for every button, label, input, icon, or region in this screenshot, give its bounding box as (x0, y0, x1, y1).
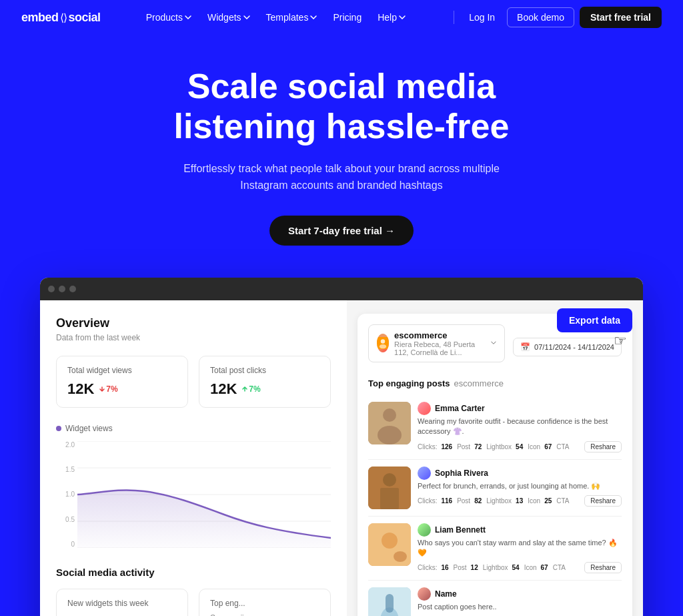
logo[interactable]: embed⟨⟩social (21, 11, 101, 25)
post-username: Emma Carter (435, 404, 485, 413)
chart-y-labels: 2.0 1.5 1.0 0.5 0 (56, 441, 75, 548)
post-stats: Clicks: 116 Post 82 Lightbox 13 Icon 25 … (418, 495, 622, 507)
post-stats: Clicks: 16 Post 12 Lightbox 54 Icon 67 C… (418, 562, 622, 573)
browser-bar (40, 278, 643, 300)
reshare-button[interactable]: Reshare (584, 562, 622, 573)
post-body: Liam Bennett Who says you can't stay war… (418, 523, 622, 574)
post-thumb-img (368, 467, 411, 509)
browser-dot-yellow (59, 286, 65, 292)
post-item: Sophia Rivera Perfect for brunch, errand… (368, 460, 622, 517)
post-username: Liam Bennett (435, 525, 486, 535)
post-user: Emma Carter (418, 402, 622, 415)
y-label-0: 0 (56, 541, 75, 548)
reshare-button[interactable]: Reshare (584, 441, 622, 452)
y-label-1: 1.0 (56, 491, 75, 498)
posts-list: Emma Carter Wearing my favorite outfit -… (368, 395, 622, 616)
post-body: Emma Carter Wearing my favorite outfit -… (418, 402, 622, 452)
post-stat-post: Post (454, 564, 467, 571)
nav-divider (454, 11, 454, 24)
stats-row: Total widget views 12K 7% Total post cli… (56, 356, 331, 408)
post-stat-cta-lbl: CTA (556, 443, 569, 450)
post-stat-icon: 13 (516, 497, 523, 505)
account-avatar-img (377, 334, 389, 352)
nav-templates[interactable]: Templates (259, 8, 324, 27)
post-thumb-img (368, 587, 411, 616)
post-stat-lightbox-lbl: Lightbox (486, 443, 512, 450)
export-data-button[interactable]: Export data (557, 308, 632, 332)
stat-badge-down: 7% (99, 384, 117, 394)
y-label-0.5: 0.5 (56, 516, 75, 523)
post-stat-cta-lbl: CTA (556, 497, 569, 505)
post-thumbnail (368, 523, 411, 566)
hero-cta-button[interactable]: Start 7-day free trial → (269, 216, 414, 246)
stat-value-views: 12K 7% (67, 380, 177, 398)
post-thumbnail (368, 587, 411, 616)
nav-links: Products Widgets Templates Pricing Help (139, 8, 412, 27)
arrow-up-icon (242, 386, 247, 392)
legend-label: Widget views (65, 424, 113, 433)
activity-value-row: 1 (67, 613, 177, 616)
user-avatar (418, 587, 431, 601)
account-info: escommerce Riera Rebeca, 48 Puerta 112, … (377, 330, 491, 356)
arrow-down-icon (99, 386, 105, 392)
post-stat-lightbox-lbl: Lightbox (486, 497, 512, 505)
left-panel: Overview Data from the last week Total w… (40, 300, 347, 616)
account-selector[interactable]: escommerce Riera Rebeca, 48 Puerta 112, … (368, 324, 505, 362)
posts-account: escommerce (454, 378, 504, 388)
login-button[interactable]: Log In (462, 8, 502, 27)
chart-section: Widget views 2.0 1.5 1.0 0.5 0 (56, 424, 331, 548)
account-avatar (377, 334, 389, 352)
post-caption: Who says you can't stay warm and slay at… (418, 538, 622, 559)
hero-section: Scale social media listening hassle-free… (0, 35, 683, 278)
post-user: Name (418, 587, 622, 601)
user-avatar (418, 402, 431, 415)
post-caption: Wearing my favorite outfit - because con… (418, 416, 622, 437)
new-widgets-label: New widgets this week (67, 599, 177, 608)
top-engaging-card: Top eng... Source: ö... (199, 589, 331, 616)
activity-row: New widgets this week 1 Create widget To… (56, 589, 331, 616)
post-user: Liam Bennett (418, 523, 622, 537)
nav-help[interactable]: Help (371, 8, 412, 27)
account-details: escommerce Riera Rebeca, 48 Puerta 112, … (394, 330, 491, 356)
browser-dot-red (48, 286, 55, 292)
post-thumb-img (368, 523, 411, 566)
navbar: embed⟨⟩social Products Widgets Templates… (0, 0, 683, 35)
nav-products[interactable]: Products (139, 8, 198, 27)
chart-canvas (77, 441, 331, 548)
post-stat-cta: 67 (544, 443, 552, 450)
svg-rect-19 (386, 594, 394, 613)
svg-point-15 (382, 533, 398, 549)
reshare-button[interactable]: Reshare (584, 495, 622, 507)
nav-pricing[interactable]: Pricing (326, 8, 368, 27)
chevron-down-icon (399, 15, 406, 19)
chart-area: 2.0 1.5 1.0 0.5 0 (56, 441, 331, 548)
date-range-selector[interactable]: 📅 07/11/2024 - 14/11/2024 (513, 338, 622, 356)
nav-widgets[interactable]: Widgets (201, 8, 257, 27)
social-activity-section: Social media activity New widgets this w… (56, 567, 331, 616)
post-stat-cta: 67 (541, 564, 548, 571)
svg-point-16 (394, 551, 407, 562)
post-body: Name Post caption goes here.. Clicks: 16… (418, 587, 622, 616)
engagement-card: escommerce Riera Rebeca, 48 Puerta 112, … (358, 314, 632, 616)
y-label-2: 2.0 (56, 441, 75, 448)
svg-point-6 (381, 339, 385, 343)
hero-title: Scale social media listening hassle-free (108, 67, 575, 147)
post-username: Sophia Rivera (435, 469, 488, 478)
stat-value-clicks: 12K 7% (210, 380, 319, 398)
browser-dot-green (69, 286, 76, 292)
chart-svg (77, 441, 331, 548)
post-item: Name Post caption goes here.. Clicks: 16… (368, 581, 622, 616)
start-trial-button[interactable]: Start free trial (580, 7, 662, 28)
posts-header: Top engaging posts escommerce (368, 378, 622, 388)
right-panel: Export data ☞ (347, 300, 643, 616)
post-stat-lightbox: 12 (471, 564, 478, 571)
clicks-label: Clicks: (418, 497, 437, 505)
book-demo-button[interactable]: Book demo (507, 7, 574, 27)
account-name: escommerce (394, 330, 491, 340)
social-activity-title: Social media activity (56, 567, 331, 578)
post-thumb-img (368, 402, 411, 444)
post-thumbnail (368, 467, 411, 509)
svg-point-12 (383, 473, 396, 487)
post-stat-clicks: 16 (441, 564, 448, 571)
svg-point-9 (383, 408, 396, 422)
